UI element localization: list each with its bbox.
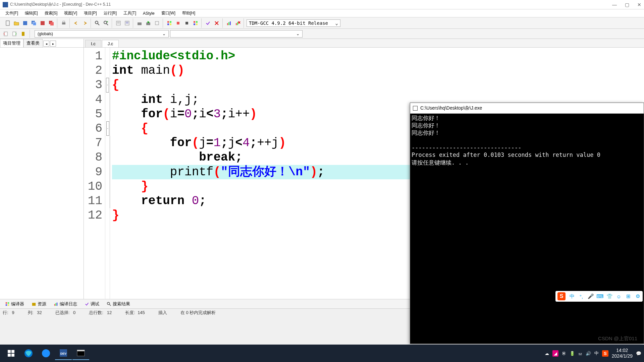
console-title-bar[interactable]: C:\Users\hq\Desktop\杂\J.exe — [410, 103, 644, 114]
close-all-button[interactable] — [48, 19, 55, 27]
tab-classes[interactable]: 查看类 — [23, 39, 43, 47]
menu-tools[interactable]: 工具[T] — [120, 10, 140, 17]
tray-sogou-icon[interactable]: S — [602, 350, 608, 357]
undo-button[interactable] — [72, 19, 80, 27]
new-file-button[interactable] — [4, 19, 11, 27]
ime-punct-icon[interactable]: °, — [578, 293, 584, 299]
ime-mic-icon[interactable]: 🎤 — [588, 293, 594, 299]
close-button[interactable]: ✕ — [637, 2, 641, 7]
menu-file[interactable]: 文件[F] — [2, 10, 21, 17]
taskbar-app-q[interactable] — [38, 347, 54, 360]
ime-emoji-icon[interactable]: ☺ — [616, 293, 622, 299]
fold-column: - - — [105, 48, 110, 299]
chart-button[interactable] — [225, 19, 233, 27]
ime-toolbox-icon[interactable]: ⊞ — [625, 293, 631, 299]
menu-help[interactable]: 帮助[H] — [179, 10, 199, 17]
tray-cloud-icon[interactable]: ☁ — [545, 351, 549, 356]
bookmark-button[interactable] — [123, 19, 131, 27]
tray-volume-icon[interactable]: 🔊 — [586, 351, 591, 356]
fold-toggle-icon[interactable]: - — [106, 78, 109, 92]
svg-rect-34 — [227, 23, 228, 25]
open-file-button[interactable] — [13, 19, 20, 27]
new-project-button[interactable] — [2, 30, 9, 38]
ime-toolbar[interactable]: S 中 °, 🎤 ⌨ 👕 ☺ ⊞ ⚙ — [555, 291, 643, 302]
menu-run[interactable]: 运行[R] — [100, 10, 120, 17]
bookmark-icon-button[interactable] — [19, 30, 27, 38]
tray-clock[interactable]: 14:02 2024/1/29 — [612, 348, 633, 359]
find-button[interactable] — [94, 19, 101, 27]
save-all-button[interactable] — [30, 19, 38, 27]
minimize-button[interactable]: — — [612, 2, 617, 7]
redo-button[interactable] — [81, 19, 89, 27]
sogou-logo-icon[interactable]: S — [557, 292, 566, 300]
tab-compile-log[interactable]: 编译日志 — [51, 300, 80, 308]
ime-settings-icon[interactable]: ⚙ — [635, 293, 641, 299]
status-col: 列: 32 — [28, 310, 42, 316]
run-button[interactable] — [145, 19, 152, 27]
tray-security-icon[interactable]: ⛨ — [562, 351, 566, 356]
console-window[interactable]: C:\Users\hq\Desktop\杂\J.exe 同志你好！ 同志你好！ … — [410, 103, 644, 344]
compile-run-button[interactable] — [153, 19, 161, 27]
check-button[interactable] — [204, 19, 212, 27]
profile-button[interactable] — [192, 19, 199, 27]
tray-app-icon[interactable]: ◢ — [552, 350, 558, 357]
tray-notifications-icon[interactable]: 💬 — [636, 351, 641, 356]
ime-lang-button[interactable]: 中 — [569, 293, 575, 299]
svg-rect-8 — [63, 21, 65, 22]
menu-view[interactable]: 视图[V] — [61, 10, 80, 17]
tray-battery-icon[interactable]: 🔋 — [570, 351, 575, 356]
delete-chart-button[interactable] — [234, 19, 241, 27]
close-tab-button[interactable] — [39, 19, 46, 27]
scope-label: (globals) — [38, 32, 53, 36]
member-select[interactable]: ⌄ — [170, 30, 303, 38]
svg-line-51 — [109, 304, 111, 305]
svg-rect-28 — [177, 22, 179, 24]
taskbar-devcpp[interactable]: DEV — [55, 347, 72, 360]
tab-debug[interactable]: 调试 — [82, 300, 102, 308]
svg-rect-48 — [55, 303, 56, 306]
svg-rect-27 — [170, 23, 171, 25]
tab-project[interactable]: 项目管理 — [0, 39, 23, 47]
fold-toggle-icon[interactable]: - — [106, 121, 109, 136]
ime-keyboard-icon[interactable]: ⌨ — [597, 293, 603, 299]
svg-rect-7 — [62, 22, 65, 24]
replace-button[interactable] — [102, 19, 110, 27]
menu-astyle[interactable]: AStyle — [140, 10, 158, 16]
tab-resources[interactable]: 资源 — [29, 300, 49, 308]
svg-rect-32 — [194, 23, 195, 25]
file-tab-ic[interactable]: I.c — [85, 40, 101, 47]
taskbar-console[interactable] — [72, 347, 89, 360]
print-button[interactable] — [60, 19, 67, 27]
start-button[interactable] — [3, 347, 19, 360]
svg-rect-29 — [185, 22, 188, 24]
save-button[interactable] — [21, 19, 29, 27]
scope-select[interactable]: (globals) ⌄ — [35, 30, 169, 38]
menu-edit[interactable]: 编辑[E] — [21, 10, 41, 17]
debug-button[interactable] — [174, 19, 182, 27]
stop-button[interactable] — [183, 19, 191, 27]
rebuild-button[interactable] — [166, 19, 173, 27]
svg-rect-41 — [22, 32, 24, 36]
nav-prev-button[interactable]: ◂ — [43, 41, 49, 47]
maximize-button[interactable]: ▢ — [625, 2, 629, 7]
ime-skin-icon[interactable]: 👕 — [606, 293, 612, 299]
cancel-button[interactable] — [213, 19, 220, 27]
svg-line-10 — [98, 23, 99, 25]
compiler-select[interactable]: TDM-GCC 4.9.2 64-bit Release ⌄ — [247, 19, 340, 27]
compile-button[interactable] — [136, 19, 143, 27]
menu-window[interactable]: 窗口[W] — [158, 10, 179, 17]
tab-compiler[interactable]: 编译器 — [2, 300, 27, 308]
svg-rect-42 — [6, 302, 7, 303]
menu-search[interactable]: 搜索[S] — [41, 10, 61, 17]
menu-project[interactable]: 项目[P] — [80, 10, 100, 17]
line-number-gutter: 123456789101112 — [84, 48, 105, 299]
taskbar-edge[interactable] — [20, 347, 37, 360]
insert-button[interactable] — [11, 30, 18, 38]
nav-next-button[interactable]: ▸ — [50, 41, 56, 47]
file-tab-jc[interactable]: J.c — [102, 40, 119, 47]
tray-wifi-icon[interactable]: ⚍ — [578, 351, 582, 356]
goto-line-button[interactable] — [115, 19, 122, 27]
tab-search-results[interactable]: 搜索结果 — [104, 300, 133, 308]
tray-ime-indicator[interactable]: 中 — [594, 350, 599, 356]
window-title: C:\Users\hq\Desktop\杂\J.c - [Executing] … — [10, 2, 612, 7]
